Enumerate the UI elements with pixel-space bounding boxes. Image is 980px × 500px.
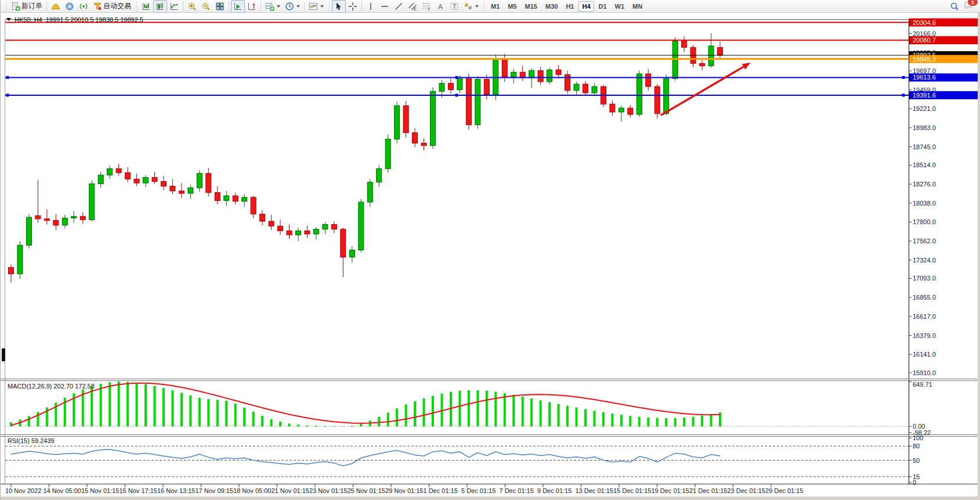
chart-shift-button[interactable] — [245, 0, 259, 13]
dropdown-caret-icon — [296, 5, 300, 9]
line-chart-icon — [169, 2, 179, 11]
svg-text:F: F — [428, 7, 431, 11]
candlestick-chart-icon — [156, 2, 165, 11]
periods-button[interactable] — [283, 0, 302, 13]
dropdown-caret-icon — [475, 5, 479, 9]
window-right-edge — [978, 13, 980, 500]
auto-scroll-button[interactable] — [231, 0, 245, 13]
text-label-button[interactable]: T — [447, 0, 461, 13]
timeframe-h4-button[interactable]: H4 — [578, 1, 594, 12]
search-icon[interactable] — [950, 2, 959, 11]
vertical-line-icon — [366, 2, 375, 11]
toolbar-separator — [229, 1, 229, 11]
new-order-label: 新订单 — [21, 1, 42, 11]
toolbar: 新订单 自动交易 — [1, 0, 980, 13]
toolbar-separator — [304, 1, 305, 11]
new-chart-button[interactable] — [263, 0, 283, 13]
time-axis[interactable] — [1, 484, 978, 496]
crosshair-button[interactable] — [346, 0, 360, 13]
cursor-icon — [334, 2, 343, 11]
market-watch-button[interactable] — [49, 0, 63, 13]
timeframe-group: M1M5M15M30H1H4D1W1MN — [487, 2, 646, 10]
bar-chart-button[interactable] — [139, 0, 153, 13]
toolbar-grip[interactable] — [483, 2, 485, 11]
notification-button[interactable]: 1 — [964, 1, 974, 12]
price-axis[interactable] — [909, 19, 978, 484]
gold-icon — [51, 2, 60, 11]
timeframe-mn-button[interactable]: MN — [629, 1, 646, 12]
timeframe-d1-button[interactable]: D1 — [595, 1, 610, 12]
line-chart-button[interactable] — [167, 0, 181, 13]
toolbar-grip[interactable] — [328, 2, 330, 11]
new-chart-icon — [265, 2, 274, 11]
timeframe-w1-button[interactable]: W1 — [612, 1, 628, 12]
autotrading-button[interactable]: 自动交易 — [91, 0, 133, 13]
dropdown-caret-icon — [277, 5, 280, 9]
indicators-button[interactable] — [306, 0, 326, 13]
main-chart-plot[interactable] — [5, 19, 909, 377]
rsi-pane[interactable] — [5, 436, 909, 484]
fibonacci-button[interactable]: F — [420, 0, 433, 13]
horizontal-line-icon — [380, 2, 389, 11]
zoom-out-icon — [201, 2, 211, 11]
toolbar-grip[interactable] — [135, 2, 138, 11]
notification-badge: 1 — [968, 0, 978, 6]
navigator-icon — [65, 2, 74, 11]
autotrading-label: 自动交易 — [103, 1, 131, 11]
timeframe-m30-button[interactable]: M30 — [542, 1, 561, 12]
fibonacci-icon: F — [422, 2, 431, 11]
arrows-button[interactable] — [461, 0, 481, 13]
indicators-icon — [309, 2, 318, 11]
new-order-icon — [11, 2, 20, 11]
clock-icon — [285, 2, 294, 11]
arrows-icon — [464, 2, 473, 11]
zoom-in-button[interactable] — [185, 0, 199, 13]
tile-windows-icon — [215, 2, 225, 11]
zoom-out-button[interactable] — [199, 0, 213, 13]
vertical-line-button[interactable] — [364, 0, 378, 13]
toolbar-grip[interactable] — [5, 2, 7, 11]
toolbar-separator — [261, 1, 261, 11]
chart-shift-icon — [247, 2, 256, 11]
toolbar-separator — [46, 1, 47, 11]
trendline-icon — [394, 2, 403, 11]
text-label-icon: T — [450, 2, 459, 11]
timeframe-m15-button[interactable]: M15 — [522, 1, 541, 12]
window-bottom-edge — [1, 497, 980, 500]
new-order-button[interactable]: 新订单 — [9, 0, 45, 13]
channel-icon: E — [408, 2, 417, 11]
toolbar-separator — [183, 1, 183, 11]
zoom-in-icon — [187, 2, 197, 11]
toolbar-separator — [361, 1, 362, 11]
autotrading-icon — [93, 2, 102, 11]
navigator-button[interactable] — [63, 0, 77, 13]
dropdown-caret-icon — [320, 5, 324, 9]
text-button[interactable]: A — [433, 0, 447, 13]
cursor-button[interactable] — [332, 0, 346, 13]
trendline-button[interactable] — [392, 0, 406, 13]
macd-pane[interactable] — [5, 381, 909, 434]
auto-scroll-icon — [233, 2, 243, 11]
svg-text:A: A — [438, 2, 443, 10]
crosshair-icon — [348, 2, 357, 11]
timeframe-h1-button[interactable]: H1 — [562, 1, 577, 12]
text-icon: A — [436, 2, 445, 11]
timeframe-m1-button[interactable]: M1 — [487, 1, 503, 12]
svg-text:T: T — [453, 3, 457, 10]
signal-icon — [79, 2, 88, 11]
timeframe-m5-button[interactable]: M5 — [504, 1, 520, 12]
horizontal-line-button[interactable] — [378, 0, 392, 13]
svg-text:E: E — [414, 6, 417, 10]
bar-chart-icon — [142, 2, 151, 11]
signals-button[interactable] — [77, 0, 91, 13]
channel-button[interactable]: E — [406, 0, 420, 13]
tile-windows-button[interactable] — [213, 0, 227, 13]
candlestick-chart-button[interactable] — [153, 0, 167, 13]
